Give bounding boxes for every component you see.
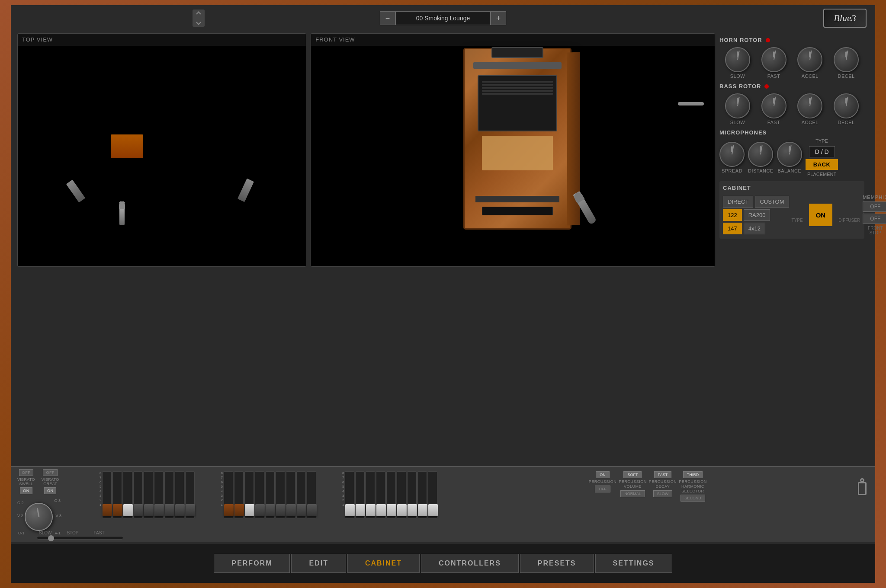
distance-knob[interactable] — [748, 142, 773, 167]
bass-rotor-header: BASS ROTOR — [715, 80, 869, 91]
drawbar-2-5[interactable] — [265, 471, 275, 519]
drawbar-2-8[interactable] — [296, 471, 306, 519]
drawbar-1-5[interactable] — [144, 471, 153, 519]
app-logo: Blue3 — [823, 9, 867, 28]
perc-on-btn[interactable]: ON — [596, 471, 610, 478]
drawbar-1-1[interactable] — [102, 471, 112, 519]
perc-group-harm: THIRD PERCUSSION HARMONIC SELECTOR SECON… — [679, 471, 707, 502]
percussion-section: ON PERCUSSION OFF SOFT PERCUSSION VOLUME… — [589, 469, 707, 502]
horn-decel-knob[interactable] — [834, 47, 859, 72]
drawbar-3-8[interactable] — [417, 471, 427, 519]
bass-fast-knob[interactable] — [761, 93, 786, 118]
drawbar-3-3[interactable] — [366, 471, 375, 519]
drawbar-2-6[interactable] — [276, 471, 285, 519]
perc-slow-btn[interactable]: SLOW — [653, 490, 673, 497]
drawbar-3-6[interactable] — [397, 471, 406, 519]
preset-plus-btn[interactable]: + — [491, 11, 506, 25]
drawbar-3-1[interactable] — [345, 471, 354, 519]
drawbar-3-2[interactable] — [355, 471, 365, 519]
placement-btn[interactable]: BACK — [806, 159, 838, 170]
val-ra200-btn[interactable]: RA200 — [744, 209, 770, 221]
bass-slow-knob[interactable] — [725, 93, 750, 118]
drawbar-1-3[interactable] — [123, 471, 132, 519]
vibrato-great-on-btn[interactable]: ON — [44, 487, 57, 494]
drawbar-1-7[interactable] — [164, 471, 174, 519]
horn-fast-knob-container: FAST — [761, 47, 786, 79]
vibrato-row: OFF VIBRATO SWELL ON OFF VIBRATO GREAT O… — [17, 469, 95, 494]
nav-arrows[interactable] — [193, 10, 205, 27]
drawbar-1-9[interactable] — [185, 471, 195, 519]
mic-center — [119, 201, 125, 225]
perc-soft-btn[interactable]: SOFT — [623, 471, 642, 478]
drawbar-2-1[interactable] — [224, 471, 233, 519]
vibrato-swell-off-btn[interactable]: OFF — [19, 469, 34, 476]
bass-accel-knob[interactable] — [797, 93, 822, 118]
val-122-btn[interactable]: 122 — [723, 209, 742, 221]
horn-slow-label: SLOW — [730, 74, 745, 79]
cabinet-section-label: CABINET — [723, 185, 861, 191]
custom-btn[interactable]: CUSTOM — [755, 196, 789, 208]
balance-label: BALANCE — [777, 168, 801, 173]
perform-tab[interactable]: PERFORM — [214, 554, 290, 573]
drawbar-col-3: 87654321 — [342, 471, 344, 519]
settings-tab[interactable]: SETTINGS — [595, 554, 672, 573]
horn-accel-knob[interactable] — [797, 47, 822, 72]
drawbar-2-2[interactable] — [234, 471, 244, 519]
top-view-panel: TOP VIEW — [17, 33, 306, 267]
c1-label: C-1 — [18, 531, 25, 535]
drawbar-2-7[interactable] — [286, 471, 295, 519]
preset-minus-btn[interactable]: − — [380, 11, 395, 25]
drawbar-set-2: 87654321 — [221, 471, 316, 519]
vibrato-swell-on-btn[interactable]: ON — [20, 487, 32, 494]
memphis-off1-btn[interactable]: OFF — [863, 201, 886, 212]
drawbar-3-9[interactable] — [428, 471, 437, 519]
drawbar-3-4[interactable] — [376, 471, 385, 519]
balance-knob[interactable] — [777, 142, 802, 167]
speed-slider[interactable] — [37, 536, 123, 540]
cabinet-tab[interactable]: CABINET — [347, 554, 420, 573]
direct-btn[interactable]: DIRECT — [723, 196, 753, 208]
presets-tab[interactable]: PRESETS — [520, 554, 594, 573]
drawbar-3-7[interactable] — [407, 471, 417, 519]
horn-slow-knob-container: SLOW — [725, 47, 750, 79]
drawbar-1-8[interactable] — [175, 471, 184, 519]
memphis-label: MEMPHIS — [863, 195, 886, 200]
diffuser-label-group: DIFFUSER — [838, 208, 860, 223]
diffuser-label: DIFFUSER — [838, 218, 860, 223]
val-4x12-btn[interactable]: 4x12 — [744, 223, 765, 234]
drawbar-3-5[interactable] — [386, 471, 396, 519]
on-btn[interactable]: ON — [809, 204, 833, 226]
vibrato-chorus-knob[interactable] — [25, 503, 53, 531]
perc-second-btn[interactable]: SECOND — [681, 495, 705, 502]
perc-fast-btn[interactable]: FAST — [654, 471, 672, 478]
horn-decel-knob-container: DECEL — [834, 47, 859, 79]
perc-third-btn[interactable]: THIRD — [683, 471, 703, 478]
drawbar-1-2[interactable] — [112, 471, 122, 519]
controllers-tab[interactable]: CONTROLLERS — [421, 554, 519, 573]
drawbar-2-9[interactable] — [307, 471, 316, 519]
perc-normal-btn[interactable]: NORMAL — [620, 490, 645, 497]
drawbar-sliders-2 — [224, 471, 316, 519]
horn-fast-knob[interactable] — [761, 47, 786, 72]
horn-slow-knob[interactable] — [725, 47, 750, 72]
mic-left — [66, 180, 86, 203]
drawbar-2-4[interactable] — [255, 471, 264, 519]
drawbar-set-3: 87654321 — [342, 471, 437, 519]
val-147-btn[interactable]: 147 — [723, 223, 742, 234]
key-icon[interactable] — [858, 482, 867, 495]
type-label: TYPE — [815, 138, 828, 144]
drawbar-1-6[interactable] — [154, 471, 164, 519]
bass-decel-knob[interactable] — [834, 93, 859, 118]
perc-off-btn[interactable]: OFF — [595, 486, 610, 492]
right-panel: HORN ROTOR SLOW FAST ACCEL DECEL BASS — [715, 33, 869, 542]
vibrato-great-off-btn[interactable]: OFF — [43, 469, 58, 476]
spread-knob-container: SPREAD — [719, 142, 745, 173]
speed-handle[interactable] — [48, 535, 54, 541]
spread-label: SPREAD — [722, 168, 742, 173]
drawbar-2-3[interactable] — [244, 471, 254, 519]
drawbar-1-4[interactable] — [133, 471, 143, 519]
edit-tab[interactable]: EDIT — [291, 554, 346, 573]
memphis-off2-btn[interactable]: OFF — [863, 214, 886, 224]
spread-knob[interactable] — [719, 142, 745, 167]
horn-rotor-indicator — [766, 38, 770, 42]
